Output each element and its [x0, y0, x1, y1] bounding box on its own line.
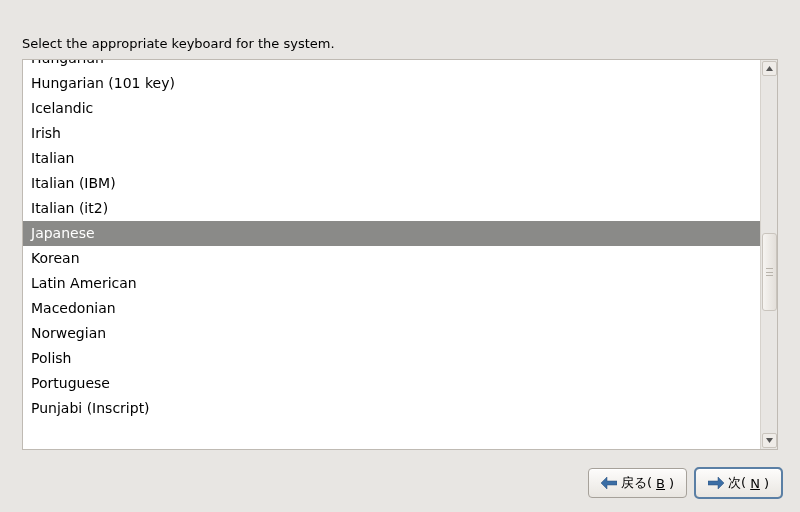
- list-item[interactable]: Macedonian: [23, 296, 760, 321]
- list-item[interactable]: Korean: [23, 246, 760, 271]
- list-item[interactable]: Latin American: [23, 271, 760, 296]
- scrollbar-thumb[interactable]: [762, 233, 777, 311]
- back-button[interactable]: 戻る(B): [588, 468, 687, 498]
- chevron-down-icon: [766, 438, 773, 443]
- next-label-pre: 次(: [728, 474, 746, 492]
- chevron-up-icon: [766, 66, 773, 71]
- list-item[interactable]: Italian: [23, 146, 760, 171]
- list-item[interactable]: Italian (IBM): [23, 171, 760, 196]
- next-accel: N: [750, 476, 760, 491]
- back-label-post: ): [669, 476, 674, 491]
- button-row: 戻る(B) 次(N): [0, 458, 800, 512]
- list-item[interactable]: Punjabi (Inscript): [23, 396, 760, 421]
- keyboard-listbox-wrap: HungarianHungarian (101 key)IcelandicIri…: [22, 59, 778, 450]
- scrollbar-track[interactable]: [762, 78, 777, 431]
- list-item[interactable]: Icelandic: [23, 96, 760, 121]
- scrollbar-grip-icon: [766, 268, 773, 276]
- list-item[interactable]: Hungarian: [23, 60, 760, 71]
- arrow-right-icon: [708, 477, 724, 489]
- list-item[interactable]: Japanese: [23, 221, 760, 246]
- installer-window: Select the appropriate keyboard for the …: [0, 0, 800, 512]
- list-item[interactable]: Polish: [23, 346, 760, 371]
- list-item[interactable]: Portuguese: [23, 371, 760, 396]
- back-label-pre: 戻る(: [621, 474, 652, 492]
- next-label-post: ): [764, 476, 769, 491]
- scroll-up-button[interactable]: [762, 61, 777, 76]
- list-item[interactable]: Hungarian (101 key): [23, 71, 760, 96]
- scroll-down-button[interactable]: [762, 433, 777, 448]
- list-item[interactable]: Norwegian: [23, 321, 760, 346]
- keyboard-listbox[interactable]: HungarianHungarian (101 key)IcelandicIri…: [23, 60, 760, 449]
- list-item[interactable]: Irish: [23, 121, 760, 146]
- vertical-scrollbar[interactable]: [760, 60, 777, 449]
- instruction-label: Select the appropriate keyboard for the …: [22, 36, 778, 51]
- content-area: Select the appropriate keyboard for the …: [0, 0, 800, 458]
- list-item[interactable]: Italian (it2): [23, 196, 760, 221]
- arrow-left-icon: [601, 477, 617, 489]
- back-accel: B: [656, 476, 665, 491]
- next-button[interactable]: 次(N): [695, 468, 782, 498]
